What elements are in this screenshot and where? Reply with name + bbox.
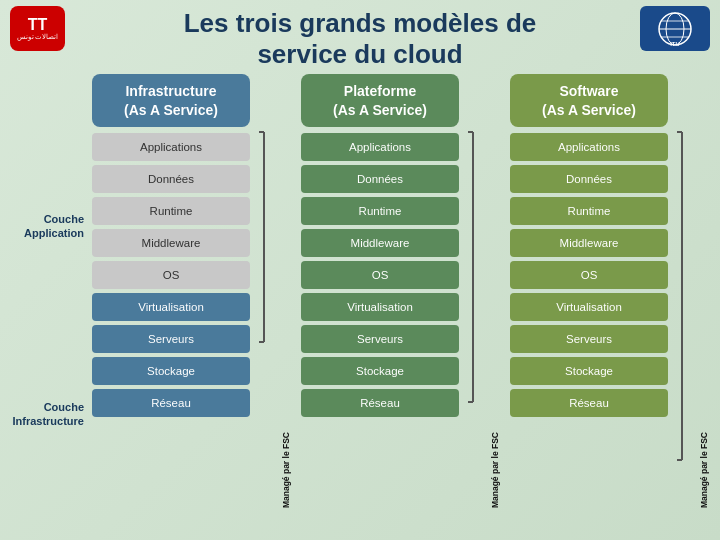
infra-virtualisation: Virtualisation — [92, 293, 250, 321]
plat-stockage: Stockage — [301, 357, 459, 385]
tt-logo-text: TT — [28, 17, 48, 33]
soft-os: OS — [510, 261, 668, 289]
col-header-software: Software(As A Service) — [510, 74, 668, 126]
infra-os: OS — [92, 261, 250, 289]
plat-applications: Applications — [301, 133, 459, 161]
soft-runtime: Runtime — [510, 197, 668, 225]
tt-logo: TT اتصالات تونس — [10, 6, 70, 56]
managed-label-col3: Managé par le FSC — [699, 432, 709, 508]
tt-logo-arabic: اتصالات تونس — [17, 33, 59, 41]
itu-logo: ITU — [640, 6, 710, 56]
plat-middleware: Middleware — [301, 229, 459, 257]
bracket-plat-svg — [466, 132, 480, 512]
plat-donnees: Données — [301, 165, 459, 193]
infra-applications: Applications — [92, 133, 250, 161]
soft-virtualisation: Virtualisation — [510, 293, 668, 321]
page-wrapper: TT اتصالات تونس Les trois grands modèles… — [0, 0, 720, 540]
col-header-plateforme: Plateforme(As A Service) — [301, 74, 459, 126]
page-title: Les trois grands modèles de service du c… — [104, 8, 617, 70]
soft-reseau: Réseau — [510, 389, 668, 417]
bracket-soft-svg — [675, 132, 689, 512]
col-header-infrastructure: Infrastructure(As A Service) — [92, 74, 250, 126]
infra-stockage: Stockage — [92, 357, 250, 385]
soft-donnees: Données — [510, 165, 668, 193]
plat-serveurs: Serveurs — [301, 325, 459, 353]
infra-reseau: Réseau — [92, 389, 250, 417]
plat-virtualisation: Virtualisation — [301, 293, 459, 321]
header: TT اتصالات تونس Les trois grands modèles… — [0, 0, 720, 74]
managed-label-col2: Managé par le FSC — [490, 432, 500, 508]
column-plateforme: Plateforme(As A Service) Applications Do… — [301, 74, 459, 512]
infra-runtime: Runtime — [92, 197, 250, 225]
soft-applications: Applications — [510, 133, 668, 161]
infra-donnees: Données — [92, 165, 250, 193]
plat-os: OS — [301, 261, 459, 289]
couche-application-label: CoucheApplication — [24, 212, 84, 241]
soft-middleware: Middleware — [510, 229, 668, 257]
plat-runtime: Runtime — [301, 197, 459, 225]
couche-infrastructure-label: CoucheInfrastructure — [12, 400, 84, 429]
column-infrastructure: Infrastructure(As A Service) Application… — [92, 74, 250, 512]
infra-serveurs: Serveurs — [92, 325, 250, 353]
plat-reseau: Réseau — [301, 389, 459, 417]
column-software: Software(As A Service) Applications Donn… — [510, 74, 668, 512]
managed-label-col1: Managé par le FSC — [281, 432, 291, 508]
bracket-infra-svg — [257, 132, 271, 512]
infra-middleware: Middleware — [92, 229, 250, 257]
svg-text:ITU: ITU — [670, 41, 680, 47]
soft-serveurs: Serveurs — [510, 325, 668, 353]
soft-stockage: Stockage — [510, 357, 668, 385]
content-area: CoucheApplication CoucheInfrastructure I… — [0, 74, 720, 517]
